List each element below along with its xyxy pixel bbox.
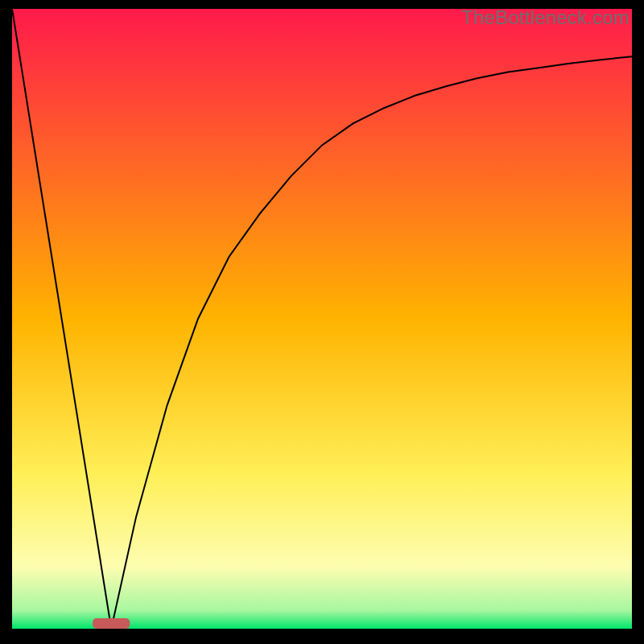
bottleneck-chart bbox=[12, 9, 632, 629]
watermark-text: TheBottleneck.com bbox=[461, 6, 630, 29]
optimum-marker bbox=[93, 618, 130, 629]
optimum-marker-rect bbox=[93, 618, 130, 629]
chart-frame bbox=[12, 9, 632, 629]
gradient-background bbox=[12, 9, 632, 629]
